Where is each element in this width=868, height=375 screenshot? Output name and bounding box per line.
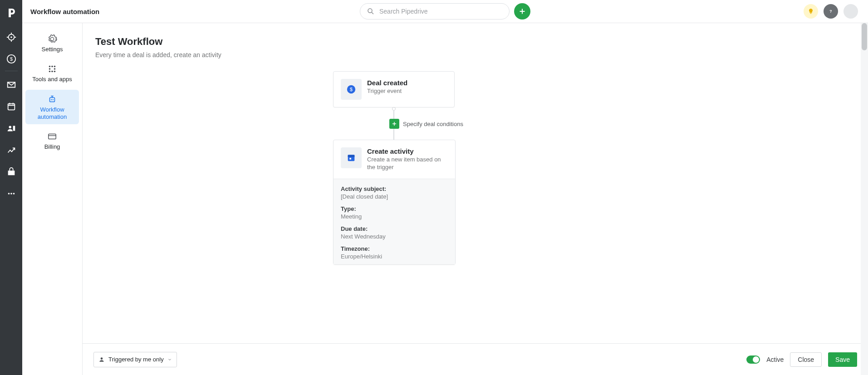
person-icon <box>98 356 105 363</box>
workflow-description: Every time a deal is added, create an ac… <box>95 51 855 58</box>
field-value: [Deal closed date] <box>341 193 448 200</box>
rail-mail-icon[interactable] <box>0 74 22 96</box>
field-label: Activity subject: <box>341 185 448 192</box>
action-sub: Create a new item based on the trigger <box>367 156 448 171</box>
scrollbar[interactable] <box>861 23 868 375</box>
svg-point-17 <box>51 71 53 73</box>
field-value: Meeting <box>341 213 448 220</box>
plus-icon <box>389 119 399 129</box>
svg-point-21 <box>53 99 54 100</box>
brand-logo[interactable] <box>5 6 18 19</box>
workflow-title: Test Workflow <box>95 36 855 48</box>
trigger-title: Deal created <box>367 79 407 87</box>
svg-point-12 <box>51 66 53 68</box>
subnav-label: Tools and apps <box>27 76 77 83</box>
user-avatar[interactable] <box>843 4 858 19</box>
apps-icon <box>27 64 77 74</box>
plus-icon <box>519 8 526 15</box>
tips-button[interactable] <box>804 4 818 19</box>
specify-conditions-button[interactable]: Specify deal conditions <box>389 119 463 129</box>
global-add-button[interactable] <box>514 3 530 19</box>
gear-icon <box>27 34 77 44</box>
field-value: Europe/Helsinki <box>341 253 448 260</box>
svg-point-11 <box>49 66 51 68</box>
svg-rect-26 <box>348 155 355 157</box>
editor-footer: Triggered by me only Active Close Save <box>83 343 868 375</box>
bulb-icon <box>807 8 814 15</box>
rail-more-icon[interactable] <box>0 183 22 205</box>
svg-rect-19 <box>50 97 55 102</box>
workflow-canvas: $ Deal created Trigger event Specify dea… <box>83 61 868 343</box>
field-label: Timezone: <box>341 245 448 252</box>
search-input[interactable] <box>379 8 503 15</box>
rail-contacts-icon[interactable] <box>0 117 22 139</box>
conditions-label: Specify deal conditions <box>403 121 463 127</box>
trigger-sub: Trigger event <box>367 88 407 95</box>
svg-rect-7 <box>8 170 15 175</box>
subnav-workflow[interactable]: Workflow automation <box>25 90 79 125</box>
rail-deals-icon[interactable]: $ <box>0 48 22 70</box>
svg-text:?: ? <box>829 9 832 14</box>
field-value: Next Wednesday <box>341 233 448 240</box>
svg-point-8 <box>8 193 10 195</box>
svg-point-14 <box>49 68 51 70</box>
topbar: Workflow automation ? <box>22 0 868 23</box>
trigger-node[interactable]: $ Deal created Trigger event <box>333 71 455 107</box>
svg-point-28 <box>101 357 103 360</box>
subnav-label: Workflow automation <box>27 106 77 121</box>
svg-text:$: $ <box>350 87 353 92</box>
svg-point-18 <box>54 71 56 73</box>
primary-nav-rail: $ <box>0 0 22 375</box>
close-button[interactable]: Close <box>790 352 822 367</box>
robot-icon <box>27 94 77 104</box>
field-label: Due date: <box>341 225 448 232</box>
rail-separator <box>5 71 18 71</box>
svg-point-16 <box>49 71 51 73</box>
svg-point-15 <box>54 68 56 70</box>
main-content: Test Workflow Every time a deal is added… <box>83 0 868 375</box>
svg-point-1 <box>10 36 12 38</box>
subnav-settings[interactable]: Settings <box>25 29 79 57</box>
active-toggle[interactable] <box>746 356 760 364</box>
question-icon: ? <box>828 8 834 15</box>
calendar-icon <box>341 147 362 168</box>
rail-calendar-icon[interactable] <box>0 96 22 117</box>
scrollbar-thumb[interactable] <box>862 23 867 50</box>
svg-point-5 <box>9 126 11 129</box>
svg-rect-27 <box>349 158 351 160</box>
triggered-label: Triggered by me only <box>108 356 164 363</box>
secondary-nav: Settings Tools and apps Workflow automat… <box>22 0 83 375</box>
deal-icon: $ <box>341 79 362 100</box>
save-button[interactable]: Save <box>828 352 857 367</box>
action-body: Activity subject: [Deal closed date] Typ… <box>333 179 455 264</box>
rail-insights-icon[interactable] <box>0 139 22 161</box>
rail-products-icon[interactable] <box>0 161 22 183</box>
workflow-header: Test Workflow Every time a deal is added… <box>83 23 868 61</box>
subnav-tools[interactable]: Tools and apps <box>25 59 79 87</box>
field-label: Type: <box>341 205 448 212</box>
svg-point-9 <box>10 193 12 195</box>
subnav-label: Settings <box>27 46 77 53</box>
help-button[interactable]: ? <box>824 4 838 19</box>
svg-rect-22 <box>49 134 56 139</box>
svg-rect-4 <box>8 104 15 110</box>
subnav-label: Billing <box>27 143 77 151</box>
svg-text:$: $ <box>10 56 12 62</box>
svg-point-29 <box>368 9 372 13</box>
svg-rect-30 <box>810 13 812 14</box>
chevron-down-icon <box>167 357 172 362</box>
search-icon <box>367 7 375 15</box>
page-title: Workflow automation <box>30 8 99 15</box>
card-icon <box>27 131 77 141</box>
triggered-by-dropdown[interactable]: Triggered by me only <box>93 352 177 367</box>
rail-focus-icon[interactable] <box>0 26 22 48</box>
active-label: Active <box>766 356 784 363</box>
svg-rect-6 <box>13 126 15 131</box>
search-box[interactable] <box>360 3 510 19</box>
svg-point-20 <box>51 99 52 100</box>
svg-point-13 <box>54 66 56 68</box>
action-node[interactable]: Create activity Create a new item based … <box>333 140 456 265</box>
svg-point-10 <box>13 193 15 195</box>
action-title: Create activity <box>367 147 448 155</box>
subnav-billing[interactable]: Billing <box>25 127 79 154</box>
